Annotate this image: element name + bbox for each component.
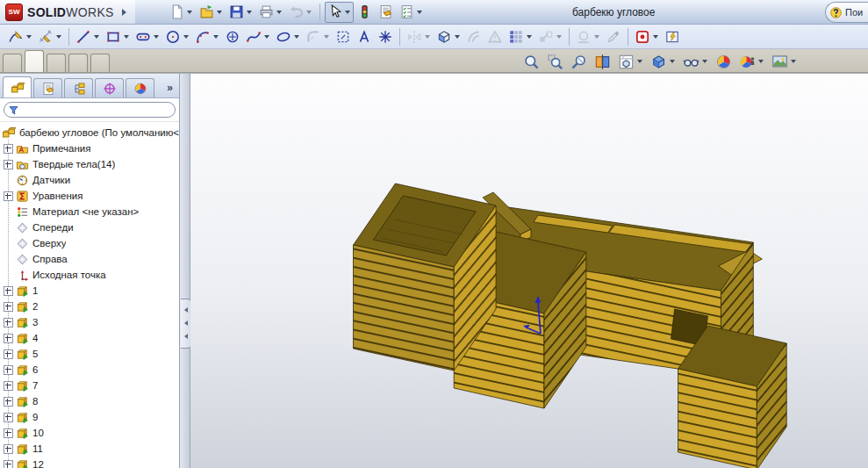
toolbar-button-move-entities[interactable]	[535, 26, 565, 47]
expand-toggle[interactable]	[4, 286, 13, 296]
dropdown-arrow-icon[interactable]	[527, 35, 532, 39]
tree-item-body-10[interactable]: 10	[0, 425, 179, 441]
dropdown-arrow-icon[interactable]	[94, 35, 99, 39]
toolbar-button-offset-entities[interactable]	[463, 26, 484, 47]
toolbar-button-zoom-to-fit[interactable]	[520, 51, 542, 72]
expand-toggle[interactable]	[4, 397, 13, 407]
dropdown-arrow-icon[interactable]	[791, 60, 796, 63]
tree-item-body-6[interactable]: 6	[0, 362, 179, 378]
dropdown-arrow-icon[interactable]	[417, 11, 422, 14]
tree-item-body-9[interactable]: 9	[0, 409, 179, 425]
search-button[interactable]: Пои	[825, 2, 868, 23]
dropdown-arrow-icon[interactable]	[264, 35, 269, 39]
expand-toggle[interactable]	[4, 160, 13, 169]
tree-item-front-plane[interactable]: Спереди	[0, 220, 179, 235]
dropdown-arrow-icon[interactable]	[670, 60, 675, 63]
tree-item-body-4[interactable]: 4	[0, 330, 179, 346]
panel-tab-featuremanager[interactable]	[3, 76, 32, 97]
dropdown-arrow-icon[interactable]	[556, 35, 562, 39]
toolbar-button-ellipse[interactable]	[273, 26, 303, 47]
expand-toggle[interactable]	[4, 413, 13, 422]
dropdown-arrow-icon[interactable]	[758, 60, 764, 63]
expand-toggle[interactable]	[4, 144, 13, 154]
panel-tab-dimxpertmanager[interactable]	[95, 78, 124, 97]
tree-item-body-12[interactable]: 12	[0, 457, 179, 468]
tree-item-body-8[interactable]: 8	[0, 393, 179, 409]
panel-tab-propertymanager[interactable]	[33, 78, 62, 97]
toolbar-button-rapid-sketch[interactable]	[662, 26, 683, 47]
toolbar-button-undo[interactable]	[286, 2, 315, 23]
expand-toggle[interactable]	[4, 334, 13, 343]
toolbar-button-rebuild-traffic-light[interactable]	[355, 2, 375, 23]
dropdown-arrow-icon[interactable]	[187, 11, 192, 14]
panel-overflow-chevron[interactable]: »	[167, 82, 176, 97]
expand-toggle[interactable]	[4, 365, 13, 375]
expand-toggle[interactable]	[4, 428, 13, 438]
toolbar-button-options[interactable]	[397, 2, 426, 23]
tree-item-right-plane[interactable]: Справа	[0, 251, 179, 267]
toolbar-button-file-properties[interactable]	[376, 2, 396, 23]
tree-item-body-7[interactable]: 7	[0, 378, 179, 393]
toolbar-button-print[interactable]	[256, 2, 285, 23]
toolbar-button-straight-slot[interactable]	[133, 26, 162, 47]
toolbar-button-open[interactable]	[197, 2, 226, 23]
dropdown-arrow-icon[interactable]	[306, 11, 312, 14]
tree-item-sensors[interactable]: Датчики	[0, 172, 179, 188]
tree-item-body-3[interactable]: 3	[0, 314, 179, 330]
toolbar-button-magnified-selection[interactable]	[568, 51, 590, 72]
toolbar-button-linear-pattern[interactable]	[506, 26, 535, 47]
tree-item-body-2[interactable]: 2	[0, 299, 179, 314]
toolbar-button-section-view[interactable]	[592, 51, 613, 72]
tree-item-body-11[interactable]: 11	[0, 441, 179, 457]
toolbar-button-corner-rectangle[interactable]	[103, 26, 133, 47]
panel-splitter[interactable]	[180, 74, 190, 468]
tree-item-solid-bodies[interactable]: Твердые тела(14)	[0, 156, 179, 172]
toolbar-button-smart-dimension[interactable]	[35, 26, 65, 47]
dropdown-arrow-icon[interactable]	[26, 35, 32, 39]
dropdown-arrow-icon[interactable]	[455, 35, 460, 39]
dropdown-arrow-icon[interactable]	[217, 11, 222, 14]
tree-item-material[interactable]: Материал <не указан>	[0, 204, 179, 220]
ribbon-tab-evaluate[interactable]	[47, 54, 66, 72]
dropdown-arrow-icon[interactable]	[637, 60, 642, 63]
toolbar-button-perimeter-circle[interactable]	[222, 26, 243, 47]
ribbon-tab-features[interactable]	[3, 54, 22, 72]
dropdown-arrow-icon[interactable]	[154, 35, 159, 39]
dropdown-arrow-icon[interactable]	[124, 35, 129, 39]
tree-item-top-plane[interactable]: Сверху	[0, 235, 179, 251]
toolbar-button-display-style[interactable]	[648, 51, 678, 72]
dropdown-arrow-icon[interactable]	[247, 11, 252, 14]
toolbar-button-select[interactable]	[325, 2, 354, 23]
ribbon-tab-sketch[interactable]	[25, 50, 44, 72]
dropdown-arrow-icon[interactable]	[425, 35, 430, 39]
panel-tab-displaymanager[interactable]	[126, 78, 154, 97]
tree-item-origin[interactable]: Исходная точка	[0, 267, 179, 283]
toolbar-button-modify-sketch[interactable]	[603, 26, 624, 47]
toolbar-button-sketch-snaps[interactable]	[632, 26, 662, 47]
dropdown-arrow-icon[interactable]	[294, 35, 299, 39]
tree-filter-input[interactable]	[4, 102, 176, 118]
toolbar-button-spline[interactable]	[243, 26, 273, 47]
expand-toggle[interactable]	[4, 381, 13, 391]
toolbar-button-hide-show-items[interactable]	[680, 51, 711, 72]
panel-tab-configurationmanager[interactable]	[64, 78, 93, 97]
toolbar-button-circle[interactable]	[162, 26, 192, 47]
dropdown-arrow-icon[interactable]	[276, 11, 282, 14]
toolbar-button-sketch[interactable]	[5, 26, 35, 47]
ribbon-tab-office-products[interactable]	[90, 54, 110, 72]
dropdown-arrow-icon[interactable]	[594, 35, 599, 39]
graphics-viewport[interactable]	[190, 74, 868, 468]
expand-toggle[interactable]	[4, 318, 13, 328]
tree-item-part-root[interactable]: барбекю угловое (По умолчанию<<	[0, 125, 179, 140]
toolbar-button-mirror-entities[interactable]	[404, 26, 434, 47]
dropdown-arrow-icon[interactable]	[653, 35, 658, 39]
tree-item-equations[interactable]: Уравнения	[0, 188, 179, 204]
viewport-3d-model[interactable]	[190, 74, 868, 468]
expand-toggle[interactable]	[4, 460, 13, 468]
toolbar-button-point[interactable]	[375, 26, 396, 47]
toolbar-button-line[interactable]	[73, 26, 103, 47]
brand-menu-arrow-icon[interactable]	[122, 9, 126, 16]
toolbar-button-convert-entities[interactable]	[434, 26, 463, 47]
solidworks-menu[interactable]: SW SOLIDWORKS	[0, 0, 135, 24]
dropdown-arrow-icon[interactable]	[56, 35, 61, 39]
